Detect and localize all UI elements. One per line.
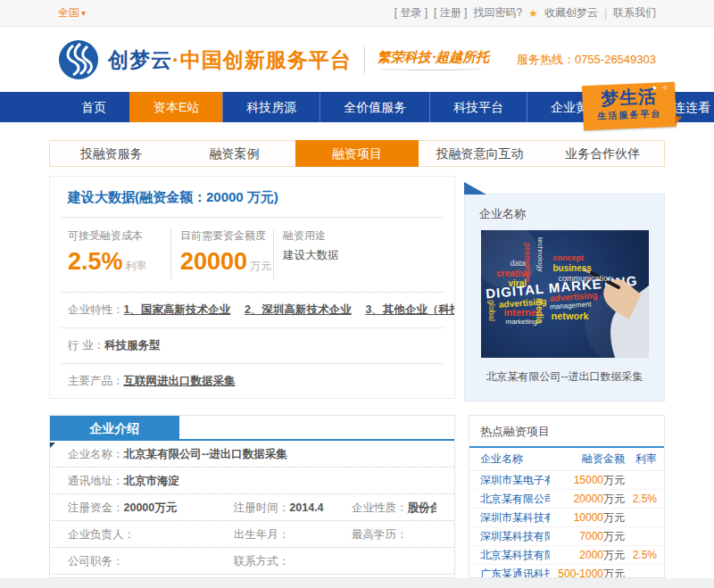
intro-row-1: 通讯地址：北京市海淀 <box>51 468 453 494</box>
hot-project-row-1: 北京某有限公司--进出 20000万元 2.5% <box>469 490 664 509</box>
intro-cell: 企业负责人： <box>68 521 234 547</box>
hot-table-header: 企业名称 融资金额 利率 <box>469 448 664 471</box>
column-rate: 利率 <box>625 451 657 467</box>
company-intro-panel: 企业介绍 企业名称：北京某有限公司--进出口数据采集通讯地址：北京市海淀注册资金… <box>49 415 455 578</box>
intro-cell: 最高学历： <box>352 521 436 547</box>
intro-row-3: 企业负责人：出生年月：最高学历： <box>51 521 453 548</box>
region-selector[interactable]: 全国▾ <box>58 5 86 21</box>
intro-cell: 注册时间：2014.4 <box>234 494 352 520</box>
company-link[interactable]: 北京某科技有限公司 <box>480 548 550 563</box>
image-word: creative <box>497 269 531 278</box>
register-link[interactable]: [ 注册 ] <box>434 5 467 21</box>
company-link[interactable]: 广东某通讯科技有限公 <box>480 567 550 579</box>
intro-cell: 公司职务： <box>68 548 234 574</box>
login-link[interactable]: [ 登录 ] <box>394 5 428 21</box>
slogan: 繁荣科技·超越所托 <box>378 49 489 70</box>
footer-band <box>0 578 714 588</box>
corner-flag-icon <box>464 182 486 195</box>
stars-icon: ✦ ✧ <box>651 83 669 93</box>
hot-project-row-4: 北京某科技有限公司 2000万元 2.5% <box>469 546 664 565</box>
feature-link-0[interactable]: 1、国家高新技术企业 <box>124 303 230 316</box>
products-row: 主要产品：互联网进出口数据采集 <box>50 364 454 399</box>
intro-cell: 联系方式： <box>234 548 436 574</box>
company-card-title: 企业名称 <box>465 195 664 230</box>
company-link[interactable]: 北京某有限公司--进出 <box>480 492 550 507</box>
hot-project-row-3: 深圳某科技有限责任公 7000万元 <box>469 527 664 546</box>
feature-link-1[interactable]: 2、深圳高新技术企业 <box>245 303 351 316</box>
favorite-link[interactable]: 收藏创梦云 <box>544 5 598 21</box>
navbar: 首页资本E站科技房源全价值服务科技平台企业黄页资讯连连看 梦生活 ✦ ✧ 生活服… <box>0 92 714 122</box>
star-icon: ★ <box>528 7 538 20</box>
company-image-caption: 北京某有限公司--进出口数据采集 <box>465 358 664 396</box>
intro-cell: 出生年月： <box>234 521 352 547</box>
image-word: global <box>487 300 495 321</box>
finance-tabs: 投融资服务融资案例融资项目投融资意向互动业务合作伙伴 <box>49 140 665 167</box>
intro-cell: 企业名称：北京某有限公司--进出口数据采集 <box>68 441 436 467</box>
nav-item-0[interactable]: 首页 <box>58 92 129 122</box>
tab-item-4[interactable]: 业务合作伙伴 <box>541 141 664 166</box>
contact-link[interactable]: 联系我们 <box>613 5 656 21</box>
hot-rows: 深圳市某电子有限公司 15000万元 北京某有限公司--进出 20000万元 2… <box>469 471 664 578</box>
products-label: 主要产品： <box>68 375 124 387</box>
service-hotline: 服务热线：0755-26549303 <box>517 52 656 68</box>
hot-project-row-0: 深圳市某电子有限公司 15000万元 <box>469 471 664 490</box>
intro-rows: 企业名称：北京某有限公司--进出口数据采集通讯地址：北京市海淀注册资金：2000… <box>50 441 454 575</box>
company-link[interactable]: 深圳市某电子有限公司 <box>480 473 550 488</box>
tab-item-2[interactable]: 融资项目 <box>295 140 419 167</box>
image-word: business <box>553 264 592 273</box>
image-word: network <box>552 311 589 321</box>
intro-header: 企业介绍 <box>50 416 454 441</box>
tab-item-1[interactable]: 融资案例 <box>173 141 296 166</box>
divider: | <box>604 7 607 20</box>
hot-project-row-2: 深圳市某科技有限公司 10000万元 <box>469 509 664 527</box>
company-card: 企业名称 DIGITAL MARKETING technologypromoti… <box>464 194 665 402</box>
hot-project-row-5: 广东某通讯科技有限公 500-1000万元 <box>469 565 664 578</box>
image-word: marketing <box>506 319 537 326</box>
project-stat-1: 目前需要资金额度 20000万元 <box>170 228 273 279</box>
tab-item-3[interactable]: 投融资意向互动 <box>419 141 542 166</box>
feature-link-2[interactable]: 3、其他企业（科技数据型） <box>365 303 454 316</box>
tab-item-0[interactable]: 投融资服务 <box>50 141 173 166</box>
nav-item-1[interactable]: 资本E站 <box>129 92 222 122</box>
slogan-divider <box>364 46 365 73</box>
company-link[interactable]: 深圳市某科技有限公司 <box>480 510 550 526</box>
intro-tab[interactable]: 企业介绍 <box>50 416 179 441</box>
forgot-password-link[interactable]: 找回密码? <box>473 5 522 21</box>
image-word: communication <box>559 275 613 283</box>
image-word: viral <box>509 279 527 288</box>
hot-projects-panel: 热点融资项目 企业名称 融资金额 利率 深圳市某电子有限公司 15000万元 北… <box>469 415 665 578</box>
site-title[interactable]: 创梦云·中国创新服务平台 <box>108 46 352 74</box>
column-amount: 融资金额 <box>550 451 625 467</box>
company-link[interactable]: 深圳某科技有限责任公 <box>480 529 550 544</box>
intro-row-4: 公司职务：联系方式： <box>51 548 453 575</box>
fold-triangle-icon <box>49 443 55 449</box>
column-company-name: 企业名称 <box>480 451 550 467</box>
features-row: 企业特性：1、国家高新技术企业2、深圳高新技术企业3、其他企业（科技数据型） <box>50 293 454 327</box>
site-header: 创梦云·中国创新服务平台 繁荣科技·超越所托 服务热线：0755-2654930… <box>0 28 714 92</box>
logo-icon[interactable] <box>58 39 99 80</box>
project-panel: 建设大数据(融资金额：20000 万元) 可接受融资成本 2.5%利率 目前需要… <box>49 176 455 399</box>
caret-down-icon: ▾ <box>81 8 86 18</box>
project-stats: 可接受融资成本 2.5%利率 目前需要资金额度 20000万元 融资用途 建设大… <box>50 218 454 292</box>
intro-row-0: 企业名称：北京某有限公司--进出口数据采集 <box>51 441 453 468</box>
image-word: technology <box>536 237 544 272</box>
project-stat-2: 融资用途 建设大数据 <box>273 228 436 279</box>
intro-row-2: 注册资金：20000万元注册时间：2014.4企业性质：股份合作 <box>51 494 453 521</box>
intro-cell: 通讯地址：北京市海淀 <box>68 468 436 493</box>
hot-projects-title: 热点融资项目 <box>469 416 664 448</box>
region-label: 全国 <box>58 6 79 19</box>
topbar: 全国▾ [ 登录 ] [ 注册 ] 找回密码? ★ 收藏创梦云 | 联系我们 <box>0 0 714 27</box>
nav-item-4[interactable]: 科技平台 <box>429 92 527 122</box>
dream-life-badge[interactable]: 梦生活 ✦ ✧ 生活服务平台 <box>582 82 677 130</box>
nav-item-3[interactable]: 全价值服务 <box>320 92 429 122</box>
industry-label: 行 业： <box>68 339 104 352</box>
company-image: DIGITAL MARKETING technologypromotiondat… <box>481 230 649 358</box>
products-value[interactable]: 互联网进出口数据采集 <box>124 375 236 387</box>
project-stat-0: 可接受融资成本 2.5%利率 <box>68 228 170 279</box>
intro-cell: 企业性质：股份合作 <box>352 494 436 520</box>
nav-item-2[interactable]: 科技房源 <box>222 92 320 122</box>
image-word: data <box>511 260 527 268</box>
image-word: concept <box>553 254 585 262</box>
industry-row: 行 业：科技服务型 <box>50 328 454 363</box>
features-label: 企业特性： <box>68 303 124 316</box>
